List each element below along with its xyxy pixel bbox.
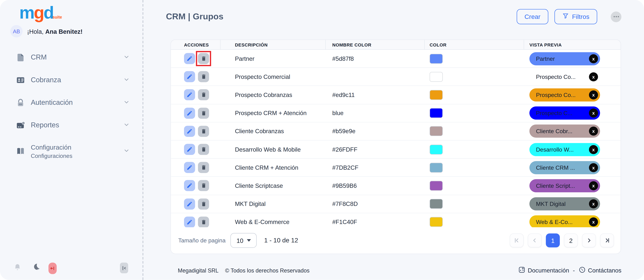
edit-button[interactable] (184, 144, 195, 155)
preview-cell: Cliente CRM ... x (524, 161, 620, 174)
actions-cell (171, 216, 220, 227)
actions-cell (171, 53, 220, 64)
page-button-2[interactable]: 2 (564, 233, 578, 247)
delete-button[interactable] (198, 144, 209, 155)
documentation-link[interactable]: Documentación (518, 266, 569, 275)
remove-icon[interactable]: x (589, 90, 598, 99)
table-row: Cliente Cobranzas #b59e9e Cliente Cobr..… (171, 122, 620, 141)
preview-cell: Cliente Script... x (524, 179, 620, 192)
color-cell (425, 145, 524, 154)
sidebar-item-label: Reportes (31, 121, 59, 129)
row-description: Cliente CRM + Atención (220, 164, 326, 171)
delete-button[interactable] (198, 89, 209, 101)
filters-button-label: Filtros (572, 13, 590, 20)
page-size-select[interactable]: 10 (230, 233, 257, 248)
preview-badge-label: Prospecto Co... (530, 92, 576, 98)
row-color-name: #b59e9e (326, 128, 425, 135)
color-swatch (430, 181, 443, 191)
first-page-button[interactable] (510, 233, 524, 247)
edit-button[interactable] (184, 71, 195, 82)
phone-icon (578, 266, 586, 275)
prev-page-button[interactable] (528, 233, 542, 247)
more-options-button[interactable] (611, 11, 622, 22)
actions-cell (171, 144, 220, 155)
page-title: CRM | Grupos (166, 12, 224, 21)
edit-button[interactable] (184, 126, 195, 137)
delete-button[interactable] (198, 108, 209, 119)
edit-button[interactable] (184, 180, 195, 191)
color-cell (425, 72, 524, 82)
row-description: Web & E-Commerce (220, 219, 326, 225)
row-color-name: blue (326, 110, 425, 116)
avatar[interactable]: AB (10, 25, 22, 37)
sidebar-item-label: Cobranza (31, 76, 61, 84)
color-swatch (430, 90, 443, 100)
edit-button[interactable] (184, 89, 195, 101)
remove-icon[interactable]: x (589, 145, 598, 154)
sidebar-item-cobranza[interactable]: Cobranza (0, 69, 142, 91)
delete-button[interactable] (198, 198, 209, 209)
column-header-color: COLOR (425, 40, 524, 49)
sidebar-item-reportes[interactable]: Reportes (0, 114, 142, 136)
preview-cell: MKT Digital x (524, 197, 620, 210)
contact-link[interactable]: Contáctanos (578, 266, 622, 275)
preview-badge: Desarrollo W... x (530, 143, 600, 156)
remove-icon[interactable]: x (589, 217, 598, 227)
delete-button[interactable] (198, 126, 209, 137)
page-button-1[interactable]: 1 (546, 233, 560, 247)
remove-icon[interactable]: x (589, 127, 598, 136)
edit-button[interactable] (184, 53, 195, 64)
remove-icon[interactable]: x (589, 163, 598, 172)
preview-badge-label: Prospecto Co... (530, 74, 576, 80)
moon-icon[interactable] (32, 263, 41, 273)
remove-icon[interactable]: x (589, 199, 598, 208)
edit-button[interactable] (184, 162, 195, 173)
delete-button[interactable] (198, 216, 209, 227)
table-row: Cliente Scriptcase #9B59B6 Cliente Scrip… (171, 177, 620, 195)
next-page-button[interactable] (582, 233, 596, 247)
sidebar-item-autenticacion[interactable]: Autenticación (0, 91, 142, 114)
actions-cell (171, 198, 220, 209)
collapse-sidebar-icon[interactable] (120, 263, 128, 273)
brand-logo: mgdsuite (19, 4, 62, 21)
row-color-name: #5d87f8 (326, 55, 425, 62)
color-swatch (430, 108, 443, 118)
row-description: MKT Digital (220, 200, 326, 207)
color-swatch (430, 217, 443, 227)
remove-icon[interactable]: x (589, 72, 598, 81)
delete-button[interactable] (198, 180, 209, 191)
edit-button[interactable] (184, 216, 195, 227)
color-swatch (430, 145, 443, 154)
sidebar-menu: CRM Cobranza (0, 46, 142, 166)
footer: Megadigital SRL © Todos los derechos Res… (170, 266, 622, 275)
delete-button[interactable] (198, 162, 209, 173)
row-description: Cliente Scriptcase (220, 182, 326, 189)
sidebar-item-configuracion[interactable]: Configuración Configuraciones (0, 136, 142, 166)
sidebar-subitem-label[interactable]: Configuraciones (31, 152, 72, 159)
preview-badge-label: Cliente Cobr... (530, 128, 572, 135)
edit-button[interactable] (184, 108, 195, 119)
funnel-icon (562, 13, 569, 21)
remove-icon[interactable]: x (589, 181, 598, 190)
logout-icon[interactable] (48, 263, 57, 274)
bell-icon[interactable] (14, 263, 21, 273)
remove-icon[interactable]: x (589, 54, 598, 63)
logo-suffix: suite (52, 15, 62, 19)
table-body: Partner #5d87f8 Partner x Prospecto Come… (171, 50, 620, 231)
edit-button[interactable] (184, 198, 195, 209)
actions-cell (171, 108, 220, 119)
pager: 1 2 (510, 233, 614, 247)
sidebar-item-crm[interactable]: CRM (0, 46, 142, 69)
delete-button[interactable] (198, 53, 209, 64)
create-button[interactable]: Crear (517, 9, 548, 24)
filters-button[interactable]: Filtros (554, 9, 597, 24)
row-description: Prospecto Comercial (220, 74, 326, 80)
color-swatch (430, 126, 443, 136)
remove-icon[interactable]: x (589, 109, 598, 118)
pagination-bar: Tamaño de pagina 10 1 - 10 de 12 1 (171, 227, 620, 253)
delete-button[interactable] (198, 71, 209, 82)
last-page-button[interactable] (600, 233, 614, 247)
row-description: Desarrollo Web & Mobile (220, 146, 326, 153)
preview-badge-label: Desarrollo W... (530, 146, 574, 153)
file-icon (16, 53, 26, 62)
